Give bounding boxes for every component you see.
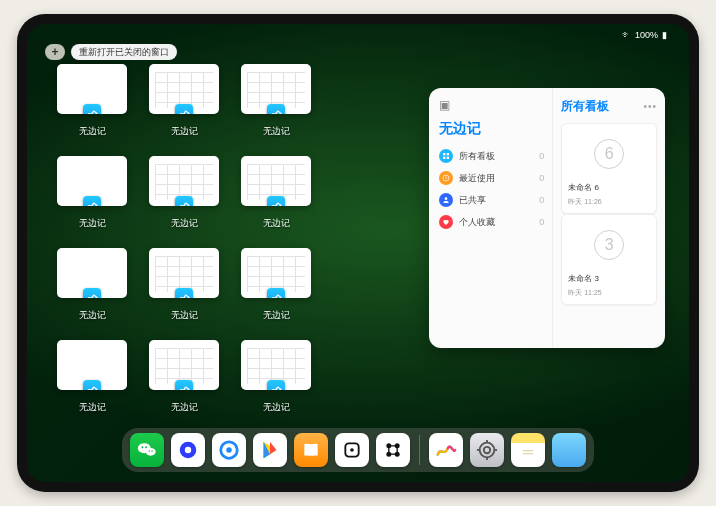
person-icon [439, 193, 453, 207]
freeform-app-icon [267, 380, 285, 390]
window-thumbnail[interactable]: 无边记 [149, 248, 219, 322]
svg-point-9 [145, 446, 147, 448]
more-icon[interactable]: ••• [643, 101, 657, 112]
dock-app-wechat[interactable] [130, 433, 164, 467]
thumbnail-label: 无边记 [171, 217, 198, 230]
thumbnail-label: 无边记 [171, 125, 198, 138]
thumbnail-preview [241, 340, 311, 390]
panel-category-item[interactable]: 个人收藏 0 [439, 214, 544, 230]
svg-point-22 [480, 443, 495, 458]
thumbnail-preview [57, 340, 127, 390]
thumbnail-label: 无边记 [263, 217, 290, 230]
dock-app-quark[interactable] [171, 433, 205, 467]
reopen-closed-window-button[interactable]: 重新打开已关闭的窗口 [71, 44, 177, 60]
svg-point-7 [146, 448, 156, 456]
category-label: 个人收藏 [459, 216, 495, 229]
thumbnail-label: 无边记 [79, 217, 106, 230]
window-thumbnail[interactable]: 无边记 [57, 64, 127, 138]
thumbnail-preview [149, 64, 219, 114]
thumbnail-preview [241, 64, 311, 114]
window-thumbnail[interactable]: 无边记 [57, 248, 127, 322]
battery-label: 100% [635, 30, 658, 40]
freeform-app-icon [175, 288, 193, 298]
window-thumbnail[interactable]: 无边记 [241, 248, 311, 322]
dock-app-connect[interactable] [376, 433, 410, 467]
panel-category-list: 所有看板 0 最近使用 0 已共享 0 个人收藏 0 [439, 148, 544, 230]
svg-point-8 [142, 446, 144, 448]
dock-app-freeform[interactable] [429, 433, 463, 467]
board-preview: 3 [568, 221, 650, 269]
svg-point-17 [350, 448, 354, 452]
freeform-app-icon [83, 288, 101, 298]
freeform-app-icon [175, 104, 193, 114]
panel-left-column: ▣ 无边记 所有看板 0 最近使用 0 已共享 0 个人收藏 0 [429, 88, 553, 348]
freeform-app-icon [83, 104, 101, 114]
window-thumbnails-grid: 无边记 无边记 无边记 无边记 [57, 64, 403, 414]
svg-point-5 [445, 197, 448, 200]
thumbnail-label: 无边记 [79, 125, 106, 138]
window-thumbnail[interactable]: 无边记 [241, 64, 311, 138]
thumbnail-label: 无边记 [263, 401, 290, 414]
window-thumbnail[interactable]: 无边记 [149, 64, 219, 138]
svg-rect-2 [443, 157, 445, 159]
dock-app-browser[interactable] [212, 433, 246, 467]
thumbnail-label: 无边记 [79, 401, 106, 414]
dock-app-notes[interactable] [511, 433, 545, 467]
thumbnail-preview [149, 156, 219, 206]
freeform-app-icon [175, 380, 193, 390]
freeform-app-icon [83, 380, 101, 390]
window-thumbnail[interactable]: 无边记 [57, 340, 127, 414]
freeform-sidebar-panel[interactable]: ▣ 无边记 所有看板 0 最近使用 0 已共享 0 个人收藏 0 所有看板 [429, 88, 665, 348]
svg-rect-1 [447, 153, 449, 155]
panel-category-item[interactable]: 所有看板 0 [439, 148, 544, 164]
top-left-controls: + 重新打开已关闭的窗口 [45, 44, 177, 60]
dock-separator [419, 435, 420, 465]
thumbnail-preview [149, 248, 219, 298]
panel-category-item[interactable]: 最近使用 0 [439, 170, 544, 186]
freeform-app-icon [267, 104, 285, 114]
ipad-screen: ᯤ 100% ▮ + 重新打开已关闭的窗口 无边记 无边记 [27, 24, 689, 482]
board-card[interactable]: 3 未命名 3 昨天 11:25 [561, 214, 657, 305]
heart-icon [439, 215, 453, 229]
window-thumbnail[interactable]: 无边记 [241, 156, 311, 230]
dock-app-books[interactable] [294, 433, 328, 467]
dock-app-play[interactable] [253, 433, 287, 467]
thumbnail-label: 无边记 [263, 309, 290, 322]
window-thumbnail[interactable]: 无边记 [57, 156, 127, 230]
dock-app-apps[interactable] [552, 433, 586, 467]
panel-category-item[interactable]: 已共享 0 [439, 192, 544, 208]
freeform-app-icon [83, 196, 101, 206]
new-window-button[interactable]: + [45, 44, 65, 60]
grid-icon [439, 149, 453, 163]
window-thumbnail[interactable]: 无边记 [241, 340, 311, 414]
freeform-app-icon [175, 196, 193, 206]
dock-app-settings[interactable] [470, 433, 504, 467]
dock [122, 428, 594, 472]
dock-app-dice[interactable] [335, 433, 369, 467]
svg-point-11 [151, 450, 152, 451]
thumbnail-preview [241, 248, 311, 298]
board-time: 昨天 11:25 [568, 288, 650, 298]
category-count: 0 [539, 217, 544, 227]
category-count: 0 [539, 173, 544, 183]
board-preview: 6 [568, 130, 650, 178]
freeform-app-icon [267, 196, 285, 206]
thumbnail-preview [241, 156, 311, 206]
window-thumbnail[interactable]: 无边记 [149, 340, 219, 414]
svg-rect-0 [443, 153, 445, 155]
window-thumbnail[interactable]: 无边记 [149, 156, 219, 230]
panel-right-column: 所有看板 ••• 6 未命名 6 昨天 11:26 3 未命名 3 昨天 11:… [553, 88, 665, 348]
ipad-frame: ᯤ 100% ▮ + 重新打开已关闭的窗口 无边记 无边记 [17, 14, 699, 492]
svg-point-15 [226, 447, 232, 453]
thumbnail-label: 无边记 [171, 309, 198, 322]
board-name: 未命名 3 [568, 273, 650, 284]
thumbnail-label: 无边记 [263, 125, 290, 138]
board-time: 昨天 11:26 [568, 197, 650, 207]
wifi-icon: ᯤ [622, 30, 631, 40]
thumbnail-preview [57, 64, 127, 114]
category-label: 已共享 [459, 194, 486, 207]
panel-title: 无边记 [439, 120, 544, 138]
thumbnail-preview [57, 248, 127, 298]
board-card[interactable]: 6 未命名 6 昨天 11:26 [561, 123, 657, 214]
board-name: 未命名 6 [568, 182, 650, 193]
